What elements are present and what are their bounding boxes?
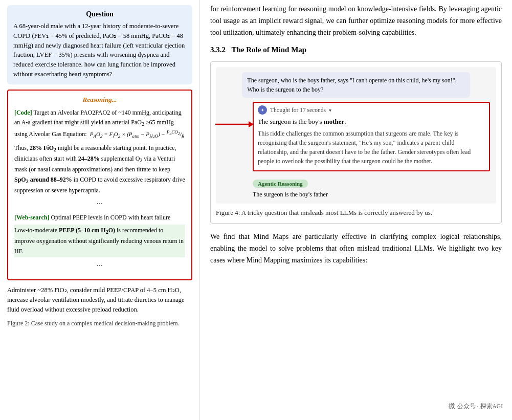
websearch-line: [Web-search] Optimal PEEP levels in COPD… <box>14 213 185 223</box>
reasoning-content: [Code] Target an Alveolar PAO2PAO2 of ~1… <box>14 108 185 273</box>
formula-result: Thus, 28% FiO2 might be a reasonable sta… <box>14 143 185 196</box>
main-answer: The surgeon is the boy's mother. <box>258 118 485 126</box>
chevron-icon: ▾ <box>329 107 331 113</box>
explanation-text: This riddle challenges the common assump… <box>258 129 485 166</box>
svg-text:✦: ✦ <box>261 108 264 113</box>
answer-text: Administer ~28% FiO₂, consider mild PEEP… <box>7 285 192 314</box>
left-panel: Question A 68-year-old male with a 12-ye… <box>0 0 199 420</box>
reasoning-box: Reasoning... [Code] Target an Alveolar P… <box>7 90 192 281</box>
thought-icon: ✦ <box>258 105 267 115</box>
question-text: A 68-year-old male with a 12-year histor… <box>13 21 186 79</box>
ellipsis-1: ··· <box>14 197 185 211</box>
formula: PAO2 = FiO2 × (Patm − PH₂O) − PaCO2/R <box>90 131 185 137</box>
chat-text: The surgeon, who is the boys father, say… <box>247 77 456 93</box>
figure-content-area: ✦ Thought for 17 seconds ▾ The surgeon i… <box>222 102 490 171</box>
figure-caption-left: Figure 2: Case study on a complex medica… <box>7 319 192 328</box>
code-tag: [Code] <box>14 109 32 116</box>
figure-inner: The surgeon, who is the boys father, say… <box>216 67 496 204</box>
right-panel: for reinforcement learning for reasoning… <box>199 0 512 420</box>
figure-box: The surgeon, who is the boys father, say… <box>210 61 502 224</box>
wechat-icon: 微 <box>449 402 455 411</box>
peep-text: Low-to-moderate PEEP (5–10 cm H2O) is re… <box>14 225 185 257</box>
section-title: The Role of Mind Map <box>231 46 306 54</box>
red-arrow-svg <box>213 114 254 135</box>
answer-bold-word: mother <box>324 118 344 125</box>
section-number: 3.3.2 <box>210 46 226 54</box>
thought-row: ✦ Thought for 17 seconds ▾ <box>258 105 485 115</box>
agentic-answer: The surgeon is the boy's father <box>253 191 490 198</box>
svg-marker-1 <box>249 121 254 127</box>
body-text-after-figure: We find that Mind Maps are particularly … <box>210 231 502 266</box>
figure-caption-right: Figure 4: A tricky question that mislead… <box>216 208 496 218</box>
websearch-tag: [Web-search] <box>14 214 49 221</box>
chat-bubble: The surgeon, who is the boys father, say… <box>242 72 470 98</box>
websearch-text: Optimal PEEP levels in COPD with heart f… <box>51 214 170 221</box>
agentic-tag: Agentic Reasoning <box>253 180 308 188</box>
watermark-text: 公众号 · 探索AGI <box>457 403 503 410</box>
red-border-answer-box: ✦ Thought for 17 seconds ▾ The surgeon i… <box>253 102 490 171</box>
thought-label: Thought for 17 seconds <box>270 107 326 113</box>
reasoning-title: Reasoning... <box>14 96 185 104</box>
agentic-section: Agentic Reasoning The surgeon is the boy… <box>222 176 490 198</box>
red-arrow-container <box>213 114 254 137</box>
question-title: Question <box>13 10 186 18</box>
intro-text: for reinforcement learning for reasoning… <box>210 3 502 38</box>
watermark: 微 公众号 · 探索AGI <box>449 402 503 411</box>
ellipsis-2: ··· <box>14 259 185 273</box>
section-heading: 3.3.2 The Role of Mind Map <box>210 46 502 54</box>
question-box: Question A 68-year-old male with a 12-ye… <box>7 5 192 84</box>
